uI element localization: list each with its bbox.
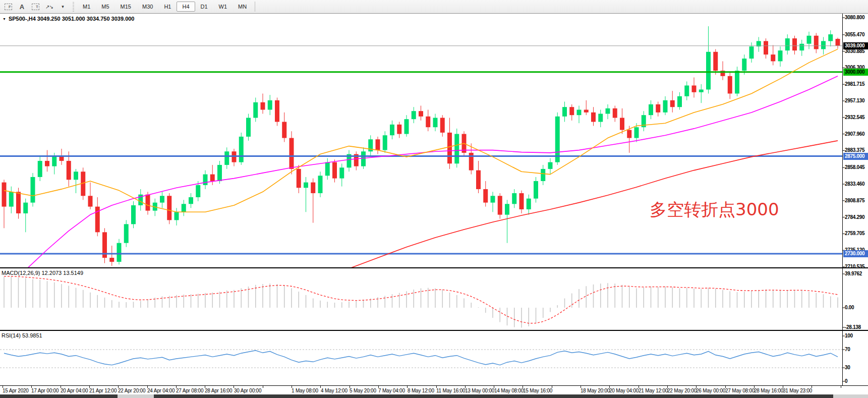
candle bbox=[426, 110, 430, 132]
timeframe-button-m30[interactable]: M30 bbox=[137, 2, 158, 12]
candle bbox=[613, 106, 617, 122]
time-axis-label: 14 May 08:00 bbox=[494, 388, 524, 393]
candle bbox=[620, 108, 624, 134]
candle bbox=[541, 165, 545, 185]
candle bbox=[261, 93, 265, 113]
candle bbox=[253, 98, 258, 122]
candle bbox=[814, 33, 819, 53]
ma-magenta-line bbox=[26, 76, 838, 268]
annotation-text[interactable]: 多空转折点3000 bbox=[650, 198, 779, 221]
text-label-tool-glyph: T bbox=[32, 4, 39, 10]
candle bbox=[376, 137, 380, 154]
candle bbox=[649, 100, 653, 119]
scrollbar-thumb[interactable] bbox=[0, 394, 118, 398]
candle bbox=[828, 30, 833, 46]
candle bbox=[368, 135, 373, 155]
candle bbox=[684, 81, 689, 100]
timeframe-group: M1M5M15M30H1H4D1W1MN bbox=[77, 2, 252, 12]
candle bbox=[311, 179, 315, 223]
timeframe-button-d1[interactable]: D1 bbox=[195, 2, 213, 12]
time-axis-label: 30 Apr 00:00 bbox=[234, 388, 261, 393]
candle bbox=[138, 189, 143, 211]
chart-title: ▼ SP500-,H4 3049.250 3051.000 3034.750 3… bbox=[3, 16, 135, 22]
candle bbox=[527, 195, 531, 215]
timeframe-button-h1[interactable]: H1 bbox=[158, 2, 177, 12]
candle bbox=[325, 158, 330, 180]
timeframe-button-m5[interactable]: M5 bbox=[96, 2, 114, 12]
price-axis-label: 2932.545 bbox=[845, 115, 864, 120]
time-axis-label: 17 Apr 00:00 bbox=[31, 388, 59, 393]
scrollbar-thumb[interactable] bbox=[154, 394, 833, 398]
fibonacci-glyph: F bbox=[5, 4, 12, 10]
candle bbox=[23, 199, 28, 233]
candle bbox=[713, 49, 718, 75]
candle bbox=[606, 104, 610, 119]
rsi-axis-label: 70 bbox=[845, 347, 850, 352]
candle bbox=[519, 191, 524, 213]
arrows-dropdown-glyph: ▾ bbox=[62, 4, 64, 9]
candle bbox=[419, 106, 423, 121]
time-axis-label: 4 May 12:00 bbox=[321, 388, 348, 393]
candle bbox=[699, 84, 704, 103]
candle bbox=[721, 61, 725, 80]
arrows-dropdown-icon[interactable]: ▾ bbox=[56, 2, 69, 12]
candle bbox=[412, 107, 416, 123]
rsi-panel[interactable]: RSI(14) 53.9851 10070300 bbox=[0, 331, 868, 386]
timeframe-button-m1[interactable]: M1 bbox=[77, 2, 96, 12]
candle bbox=[469, 143, 474, 174]
candle bbox=[771, 45, 775, 65]
arrows-tool-icon[interactable]: ↗↘ bbox=[43, 2, 55, 12]
text-label-tool-icon[interactable]: T bbox=[29, 2, 42, 12]
time-axis-label: 20 May 04:00 bbox=[609, 388, 639, 393]
candle bbox=[282, 112, 286, 142]
candlestick-chart[interactable] bbox=[0, 14, 868, 268]
macd-panel[interactable]: MACD(12,26,9) 12.2073 13.5149 39.97620.0… bbox=[0, 268, 868, 331]
text-tool-icon[interactable]: A bbox=[16, 2, 28, 12]
time-axis-label: 5 May 20:00 bbox=[350, 388, 376, 393]
macd-axis-label: 0.00 bbox=[845, 305, 854, 310]
time-axis[interactable]: 15 Apr 202017 Apr 00:0020 Apr 04:0021 Ap… bbox=[0, 386, 868, 394]
timeframe-button-h4[interactable]: H4 bbox=[177, 2, 195, 12]
candle bbox=[656, 102, 660, 117]
time-axis-label: 15 May 16:00 bbox=[523, 388, 552, 393]
time-axis-label: 7 May 04:00 bbox=[378, 388, 405, 393]
top-toolbar: FAT↗↘▾ M1M5M15M30H1H4D1W1MN bbox=[0, 0, 868, 14]
candle bbox=[16, 188, 21, 218]
rsi-axis-label: 0 bbox=[845, 378, 847, 384]
candle bbox=[339, 163, 344, 186]
candle bbox=[160, 192, 164, 208]
candle bbox=[31, 173, 35, 207]
time-axis-label: 27 May 08:00 bbox=[725, 388, 755, 393]
candle bbox=[807, 32, 812, 49]
candle bbox=[210, 165, 215, 185]
horizontal-scrollbar[interactable] bbox=[0, 394, 868, 398]
main-chart-panel[interactable]: ▼ SP500-,H4 3049.250 3051.000 3034.750 3… bbox=[0, 14, 868, 268]
drawing-tools-group: FAT↗↘▾ bbox=[2, 2, 70, 12]
candle bbox=[38, 155, 42, 181]
candle bbox=[534, 177, 538, 203]
candle bbox=[591, 107, 596, 126]
fibonacci-icon[interactable]: F bbox=[2, 2, 15, 12]
hline-2730-tag: 2730.000 bbox=[843, 250, 868, 257]
time-axis-label: 8 May 12:00 bbox=[408, 388, 434, 393]
candle bbox=[109, 246, 114, 266]
timeframe-button-w1[interactable]: W1 bbox=[213, 2, 233, 12]
candle bbox=[642, 111, 646, 131]
candle bbox=[785, 34, 790, 54]
chart-title-collapse-icon[interactable]: ▼ bbox=[3, 17, 6, 21]
candle bbox=[749, 42, 754, 63]
timeframe-button-m15[interactable]: M15 bbox=[115, 2, 137, 12]
candle bbox=[505, 200, 509, 243]
candle bbox=[735, 67, 739, 96]
candle bbox=[347, 150, 352, 172]
candle bbox=[670, 91, 675, 112]
time-axis-label: 22 May 20:00 bbox=[667, 388, 697, 393]
candle bbox=[577, 106, 582, 124]
price-axis-label: 2833.460 bbox=[845, 181, 864, 187]
candle bbox=[175, 208, 179, 225]
timeframe-button-mn[interactable]: MN bbox=[233, 2, 252, 12]
toolbar-grip[interactable] bbox=[73, 2, 74, 12]
candle bbox=[117, 239, 122, 265]
candle bbox=[836, 38, 840, 49]
candle bbox=[239, 133, 244, 165]
